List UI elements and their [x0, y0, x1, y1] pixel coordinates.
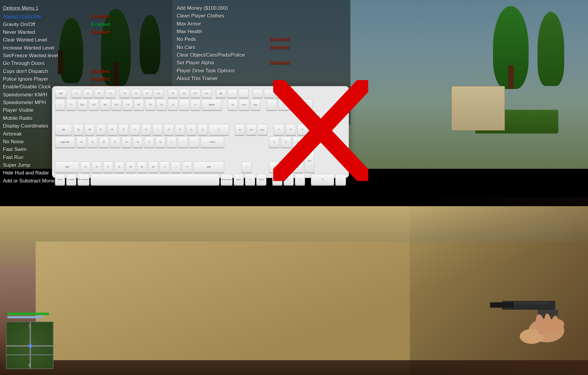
key-i[interactable]: I [152, 124, 162, 135]
key-num-div[interactable]: / [278, 99, 289, 110]
key-period[interactable]: . > [171, 161, 181, 173]
key-f4[interactable]: F4 [105, 89, 116, 98]
key-num-lock[interactable] [266, 99, 277, 110]
key-num9[interactable]: 9 [297, 124, 308, 135]
menu-item-never-wanted[interactable]: Never Wanted Disabled [3, 28, 110, 36]
key-ctrl-left[interactable]: control [55, 174, 65, 185]
key-arrow-up[interactable]: ↑ [241, 161, 252, 173]
menu-item-clean-clothes[interactable]: Clean Player Clothes [177, 12, 290, 20]
menu-item-no-peds[interactable]: No Peds Disabled [177, 36, 290, 43]
key-f17[interactable] [264, 89, 274, 98]
key-g[interactable]: G [121, 136, 132, 148]
key-a[interactable]: A [76, 136, 86, 148]
key-num0[interactable]: 0 [311, 174, 334, 185]
key-v[interactable]: V [114, 161, 124, 173]
key-2[interactable]: @ 2 [78, 99, 88, 110]
key-f6[interactable]: F6 [131, 89, 141, 98]
key-4[interactable]: $ 4 [100, 99, 110, 110]
key-num2[interactable]: 2 [281, 161, 291, 173]
key-f15[interactable] [238, 89, 249, 98]
menu-item-police-ignore[interactable]: Police Ignore Player Disabled [3, 75, 110, 83]
key-l[interactable]: L [167, 136, 177, 148]
key-num-mul[interactable]: * [290, 99, 301, 110]
key-q[interactable]: Q [73, 124, 83, 135]
key-num1[interactable]: 1 [269, 161, 279, 173]
key-del[interactable]: del [235, 124, 245, 135]
key-pgdn[interactable]: pgdn [257, 124, 268, 135]
key-num6[interactable]: 6 [293, 136, 303, 148]
key-arrow-down[interactable]: ↓ [284, 174, 294, 185]
key-d[interactable]: D [99, 136, 109, 148]
key-num-decimal[interactable]: . [335, 174, 346, 185]
key-f1[interactable]: F1 [72, 89, 82, 98]
key-f16[interactable] [253, 89, 263, 98]
key-m[interactable]: M [148, 161, 158, 173]
key-b[interactable]: B [126, 161, 136, 173]
key-rbracket[interactable]: ] } [197, 124, 208, 135]
key-5[interactable]: % 5 [111, 99, 121, 110]
menu-item-about[interactable]: About This Trainer [177, 75, 290, 82]
key-f10[interactable]: F10 [179, 89, 189, 98]
key-r[interactable]: R [107, 124, 117, 135]
key-pgup[interactable]: pgup [250, 99, 260, 110]
key-return[interactable]: return [200, 136, 224, 148]
key-6[interactable]: ^ 6 [123, 99, 133, 110]
key-o[interactable]: O [164, 124, 174, 135]
key-num-plus[interactable]: + [309, 112, 319, 135]
key-c[interactable]: C [103, 161, 113, 173]
menu-item-clear-objects[interactable]: Clear Object/Cars/Peds/Police [177, 51, 290, 59]
key-quote[interactable]: ' " [189, 136, 199, 148]
menu-item-invincible[interactable]: Always Invincible Disabled [3, 13, 110, 20]
key-f19[interactable] [287, 89, 297, 98]
key-f3[interactable]: F3 [94, 89, 104, 98]
key-slash[interactable]: / ? [182, 161, 192, 173]
key-n[interactable]: N [137, 161, 147, 173]
key-f11[interactable]: F11 [190, 89, 200, 98]
key-end[interactable]: end [246, 124, 256, 135]
menu-item-add-money[interactable]: Add Money ($100,000) [177, 4, 290, 12]
key-power[interactable]: ⏻ [216, 89, 226, 98]
key-f8[interactable]: F8 [154, 89, 164, 98]
key-equals[interactable]: + = [190, 99, 200, 110]
key-f2[interactable]: F2 [83, 89, 93, 98]
key-7[interactable]: & 7 [134, 99, 144, 110]
key-f9[interactable]: F9 [168, 89, 178, 98]
key-s[interactable]: S [88, 136, 98, 148]
key-f12[interactable]: F12 [202, 89, 212, 98]
key-backtick[interactable]: ` ~ [55, 99, 65, 110]
menu-item-no-cars[interactable]: No Cars Disabled [177, 44, 290, 51]
menu-item-player-alpha[interactable]: Set Player Alpha Disabled [177, 59, 290, 67]
key-j[interactable]: J [144, 136, 154, 148]
key-cmd-left[interactable]: ⌘ command [78, 174, 89, 185]
key-3[interactable]: # 3 [89, 99, 99, 110]
key-num8[interactable]: 8 [285, 124, 296, 135]
key-home[interactable]: home [239, 99, 249, 110]
key-w[interactable]: W [85, 124, 95, 135]
key-ctrl-right[interactable]: control [256, 174, 266, 185]
key-comma[interactable]: , < [159, 161, 170, 173]
menu-item-go-through-doors[interactable]: Go Through Doors [3, 60, 110, 67]
key-arrow-left[interactable]: ← [272, 174, 282, 185]
menu-item-drive-task[interactable]: Player Drive Task Options [177, 67, 290, 75]
menu-item-cops-dispatch[interactable]: Cops don't Dispatch Disabled [3, 68, 110, 75]
key-num4[interactable]: 4 [269, 136, 279, 148]
key-f[interactable]: F [110, 136, 120, 148]
key-num-minus[interactable]: - [302, 99, 313, 110]
key-p[interactable]: P [175, 124, 185, 135]
key-esc[interactable]: esc [55, 89, 67, 98]
key-num5[interactable]: 5 [281, 136, 291, 148]
menu-item-increase-wanted[interactable]: Increase Wanted Level [3, 44, 110, 52]
key-arrow-right[interactable]: → [295, 174, 305, 185]
menu-item-clear-wanted[interactable]: Clear Wanted Level [3, 36, 110, 44]
key-lbracket[interactable]: [ { [186, 124, 196, 135]
key-f5[interactable]: F5 [120, 89, 130, 98]
key-k[interactable]: K [155, 136, 165, 148]
key-f18[interactable] [275, 89, 285, 98]
key-h[interactable]: H [133, 136, 143, 148]
menu-item-max-armor[interactable]: Max Armor [177, 20, 290, 28]
key-1[interactable]: ! 1 [66, 99, 76, 110]
key-9[interactable]: ( 9 [157, 99, 167, 110]
key-cmd-right[interactable]: ⌘ command [221, 174, 233, 185]
key-space[interactable] [91, 174, 219, 185]
key-y[interactable]: Y [130, 124, 140, 135]
